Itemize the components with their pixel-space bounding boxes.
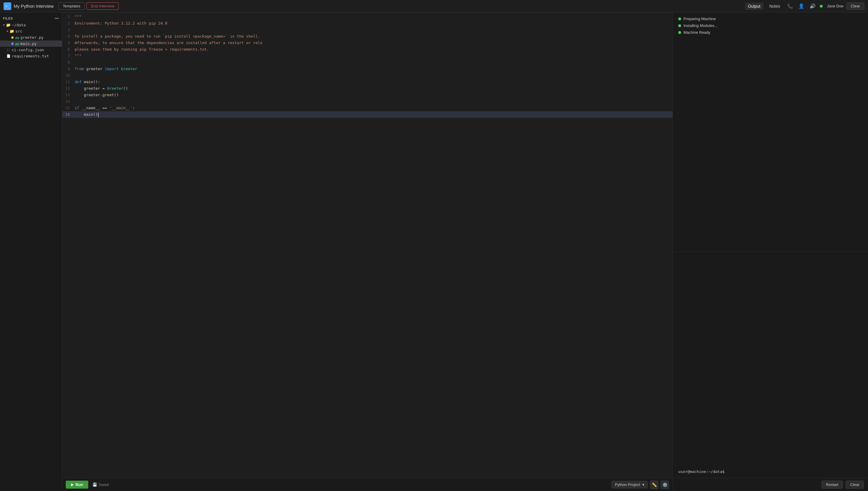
- code-line-5: 5 Afterwards, to ensure that the depende…: [62, 40, 673, 46]
- interview-title: My Python Interview: [13, 4, 54, 8]
- code-line-3: 3: [62, 27, 673, 33]
- top-bar-left: >_ My Python Interview: [4, 2, 54, 10]
- status-item-install: Installing Modules...: [678, 23, 863, 28]
- file-dot-greeter: [11, 36, 13, 39]
- tab-notes[interactable]: Notes: [766, 3, 783, 10]
- status-label-ready: Machine Ready: [683, 30, 710, 35]
- folder-icon: 📁: [6, 23, 11, 27]
- main-content: FILES ••• ▼ 📁 ~/data ▼ 📁 src py greeter.…: [0, 12, 868, 491]
- status-dot-prep: [678, 18, 681, 21]
- chevron-down-icon: ▾: [642, 483, 644, 487]
- terminal-icon: >_: [4, 2, 11, 10]
- sidebar-item-root[interactable]: ▼ 📁 ~/data: [0, 22, 62, 28]
- project-dropdown[interactable]: Python Project ▾: [612, 481, 648, 488]
- tab-output[interactable]: Output: [745, 3, 763, 10]
- user-icon-button[interactable]: 👤: [797, 3, 806, 9]
- sidebar-item-label-req: requirements.txt: [12, 54, 49, 58]
- arrow-icon-src: ▼: [6, 30, 8, 33]
- code-line-16: 16 main(): [62, 111, 673, 118]
- code-line-1: 1 """: [62, 13, 673, 20]
- file-dot-main: [11, 42, 13, 45]
- user-name-label: Jane Doe: [827, 4, 843, 8]
- top-bar: >_ My Python Interview Templates End Int…: [0, 0, 868, 12]
- sidebar-more-button[interactable]: •••: [55, 16, 59, 21]
- top-bar-right: Output Notes 📞 👤 🔊 Jane Doe Clear: [745, 2, 864, 10]
- json-icon: {}: [6, 48, 10, 52]
- code-line-9: 9 from greeter import Greeter: [62, 66, 673, 72]
- code-line-8: 8: [62, 59, 673, 66]
- py-icon-main: py: [16, 42, 19, 46]
- status-item-prep: Preparing Machine: [678, 17, 863, 21]
- files-label: FILES: [3, 17, 13, 20]
- editor-area: 1 """ 2 Environment: Python 3.12.2 with …: [62, 12, 673, 491]
- clear-bottom-button[interactable]: Clear: [846, 481, 864, 489]
- edit-project-button[interactable]: ✏️: [650, 481, 658, 489]
- sidebar-item-greeter[interactable]: py greeter.py: [0, 34, 62, 40]
- templates-button[interactable]: Templates: [58, 2, 85, 10]
- status-dot-ready: [678, 31, 681, 34]
- status-dot-install: [678, 24, 681, 27]
- code-editor[interactable]: 1 """ 2 Environment: Python 3.12.2 with …: [62, 12, 673, 478]
- terminal-prompt: user@machine:~/data$: [678, 469, 863, 474]
- sidebar-item-requirements[interactable]: 📄 requirements.txt: [0, 53, 62, 59]
- sidebar-item-label-ci: ci-config.json: [11, 48, 44, 52]
- right-panel: Preparing Machine Installing Modules... …: [673, 12, 868, 491]
- sidebar: FILES ••• ▼ 📁 ~/data ▼ 📁 src py greeter.…: [0, 12, 62, 491]
- saved-indicator: 💾 Saved: [92, 483, 109, 487]
- sidebar-item-label-src: src: [16, 29, 22, 33]
- code-line-14: 14: [62, 98, 673, 105]
- restart-button[interactable]: Restart: [821, 481, 843, 489]
- sidebar-item-src[interactable]: ▼ 📁 src: [0, 28, 62, 34]
- code-line-6: 6 please save them by running pip freeze…: [62, 46, 673, 53]
- sidebar-header: FILES •••: [0, 15, 62, 22]
- txt-icon: 📄: [6, 54, 11, 58]
- saved-label: Saved: [99, 483, 109, 487]
- settings-button[interactable]: ⚙️: [661, 481, 669, 489]
- code-line-10: 10: [62, 72, 673, 79]
- code-line-13: 13 greeter.greet(): [62, 92, 673, 98]
- py-icon-greeter: py: [16, 36, 19, 39]
- status-label-install: Installing Modules...: [683, 23, 718, 28]
- code-line-12: 12 greeter = Greeter(): [62, 85, 673, 92]
- sidebar-item-label-root: ~/data: [12, 23, 26, 27]
- run-label: Run: [76, 483, 83, 487]
- arrow-icon: ▼: [3, 23, 5, 27]
- run-triangle-icon: [71, 483, 74, 486]
- sidebar-item-label-main: main.py: [21, 41, 37, 46]
- folder-icon-src: 📁: [9, 29, 14, 33]
- project-label: Python Project: [615, 483, 640, 487]
- project-selector: Python Project ▾ ✏️ ⚙️: [612, 481, 669, 489]
- code-line-4: 4 To install a package, you need to run …: [62, 33, 673, 40]
- clear-top-button[interactable]: Clear: [846, 2, 864, 10]
- top-bar-center: Templates End Interview: [58, 2, 119, 10]
- right-panel-footer: Restart Clear: [673, 478, 868, 491]
- code-line-7: 7 """: [62, 53, 673, 59]
- code-line-15: 15 if __name__ == '__main__':: [62, 105, 673, 111]
- sidebar-item-label-greeter: greeter.py: [21, 35, 44, 40]
- right-panel-status: Preparing Machine Installing Modules... …: [673, 12, 868, 252]
- status-item-ready: Machine Ready: [678, 30, 863, 35]
- user-status-dot: [820, 5, 823, 8]
- editor-bottom-bar: Run 💾 Saved Python Project ▾ ✏️ ⚙️: [62, 478, 673, 491]
- run-button[interactable]: Run: [66, 481, 88, 489]
- speaker-icon-button[interactable]: 🔊: [809, 3, 817, 9]
- code-line-2: 2 Environment: Python 3.12.2 with pip 24…: [62, 20, 673, 27]
- sidebar-item-ci-config[interactable]: {} ci-config.json: [0, 47, 62, 53]
- right-panel-terminal[interactable]: user@machine:~/data$: [673, 252, 868, 478]
- code-line-11: 11 def main():: [62, 79, 673, 85]
- end-interview-button[interactable]: End Interview: [86, 2, 119, 10]
- phone-icon-button[interactable]: 📞: [786, 3, 794, 9]
- status-label-prep: Preparing Machine: [683, 17, 716, 21]
- save-icon: 💾: [92, 483, 97, 487]
- sidebar-item-main[interactable]: py main.py: [0, 40, 62, 47]
